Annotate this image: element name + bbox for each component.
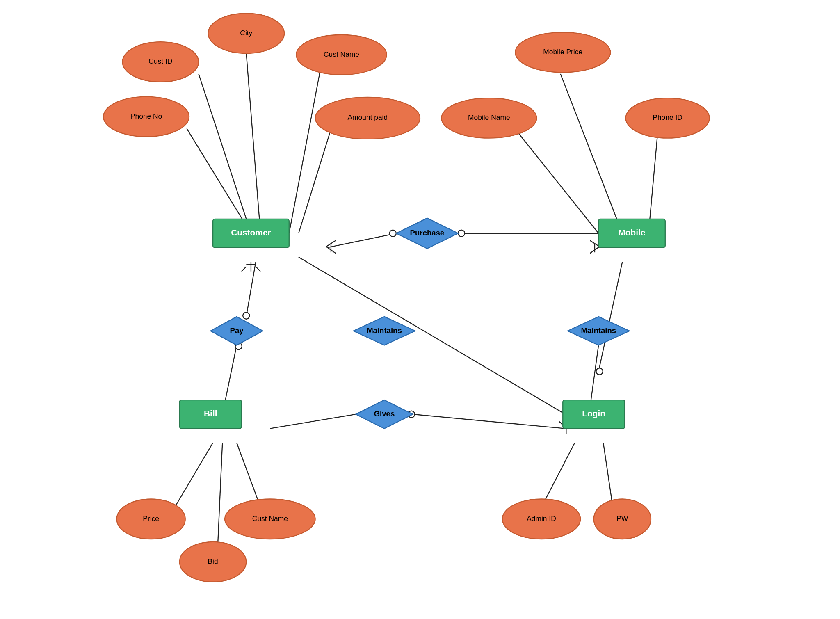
- amountpaid-label: Amount paid: [347, 113, 388, 121]
- phoneno-label: Phone No: [130, 112, 162, 120]
- mobilename-label: Mobile Name: [468, 113, 510, 121]
- line-custid-customer: [199, 74, 251, 233]
- bid-label: Bid: [208, 557, 218, 565]
- line-phoneno-customer: [187, 128, 251, 233]
- maintains-left-label: Maintains: [367, 326, 402, 335]
- line-price-bill: [175, 443, 213, 507]
- price-label: Price: [143, 514, 159, 523]
- custname-label: Cust Name: [324, 50, 359, 58]
- line-mobilename-mobile: [513, 126, 598, 233]
- line-pw-login: [603, 443, 613, 507]
- mobileprice-label: Mobile Price: [543, 48, 582, 56]
- line-adminid-login: [541, 443, 575, 507]
- line-gives-login: [413, 414, 565, 429]
- line-amountpaid-customer: [299, 126, 332, 233]
- cardinality-customer-pay: [242, 262, 260, 271]
- line-customer-purchase: [327, 233, 396, 248]
- circle-maintains-right-bottom: [596, 368, 603, 375]
- line-bid-bill: [218, 443, 223, 548]
- pw-label: PW: [616, 514, 628, 523]
- maintains-right-label: Maintains: [581, 326, 616, 335]
- line-bill-gives: [270, 414, 356, 429]
- svg-line-9: [256, 267, 261, 272]
- bill-entity-label: Bill: [204, 409, 217, 418]
- line-custname2-bill: [237, 443, 260, 507]
- er-diagram: Purchase Pay Maintains Maintains Gives C…: [0, 0, 840, 619]
- purchase-label: Purchase: [410, 228, 445, 237]
- gives-label: Gives: [374, 409, 395, 418]
- cardinality-customer-purchase: [326, 240, 336, 253]
- city-label: City: [240, 29, 252, 37]
- circle-pay-top: [243, 312, 249, 319]
- line-mobile-maintains-right: [598, 262, 622, 371]
- phoneid-label: Phone ID: [653, 113, 682, 121]
- line-mobileprice-mobile: [560, 74, 622, 233]
- custid-label: Cust ID: [148, 57, 172, 65]
- mobile-entity-label: Mobile: [618, 228, 645, 237]
- line-customer-maintains-login: [299, 257, 565, 414]
- login-entity-label: Login: [582, 409, 605, 418]
- customer-entity-label: Customer: [231, 228, 271, 237]
- line-city-customer: [246, 53, 260, 233]
- line-phoneid-mobile: [648, 128, 658, 233]
- pay-label: Pay: [230, 326, 244, 335]
- custname2-label: Cust Name: [252, 514, 288, 523]
- svg-line-8: [242, 267, 247, 272]
- line-custname-customer: [289, 71, 320, 233]
- adminid-label: Admin ID: [527, 514, 556, 523]
